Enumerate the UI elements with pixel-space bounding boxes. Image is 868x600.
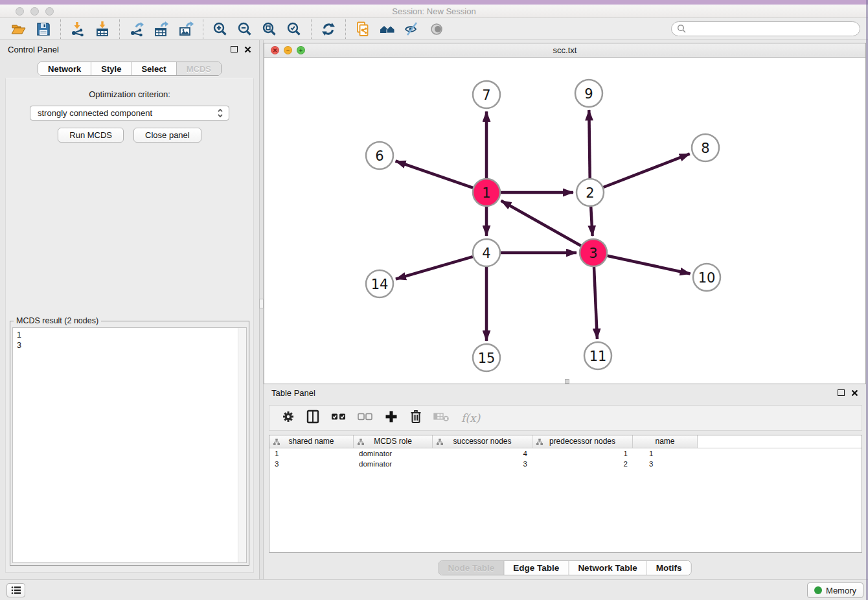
zoom-window-button[interactable]	[45, 7, 54, 16]
column-header-successor-nodes[interactable]: successor nodes	[433, 435, 532, 448]
zoom-fit-icon[interactable]	[259, 19, 280, 39]
show-panels-button[interactable]	[6, 583, 25, 597]
network-close-button[interactable]: ✕	[271, 46, 279, 54]
float-table-panel-icon[interactable]	[838, 389, 845, 396]
edge-4-14[interactable]	[396, 257, 473, 279]
tab-select[interactable]: Select	[131, 62, 176, 75]
table-panel: Table Panel	[264, 384, 866, 579]
mcds-result-title: MCDS result (2 nodes)	[14, 316, 101, 325]
delete-column-icon[interactable]	[433, 411, 450, 425]
search-box[interactable]	[671, 21, 860, 36]
edge-3-10[interactable]	[608, 256, 691, 274]
import-table-icon[interactable]	[92, 19, 113, 39]
node-table[interactable]: shared nameMCDS rolesuccessor nodesprede…	[269, 435, 862, 553]
tab-network[interactable]: Network	[38, 62, 91, 75]
apply-layout-icon[interactable]	[318, 19, 339, 39]
node-label-10: 10	[698, 270, 716, 286]
new-network-from-selection-icon[interactable]	[352, 19, 373, 39]
cell-MCDS-role[interactable]: dominator	[354, 459, 433, 469]
memory-label: Memory	[826, 586, 856, 595]
edge-2-3[interactable]	[591, 207, 592, 236]
tab-mcds[interactable]: MCDS	[177, 62, 221, 75]
cell-shared-name[interactable]: 3	[269, 459, 354, 469]
table-panel-title: Table Panel	[271, 388, 315, 398]
run-mcds-button[interactable]: Run MCDS	[58, 128, 124, 143]
cell-name[interactable]: 3	[633, 459, 698, 469]
edge-3-11[interactable]	[594, 267, 597, 339]
cell-predecessor-nodes[interactable]: 1	[532, 448, 633, 459]
search-input[interactable]	[690, 24, 854, 34]
close-table-panel-icon[interactable]	[851, 389, 858, 397]
gear-icon[interactable]	[282, 410, 295, 426]
close-window-button[interactable]	[16, 7, 24, 16]
export-network-icon[interactable]	[126, 19, 147, 39]
tab-node-table[interactable]: Node Table	[439, 561, 505, 575]
criterion-select[interactable]: strongly connected component	[30, 106, 229, 121]
export-image-icon[interactable]	[176, 19, 196, 39]
edge-2-9[interactable]	[589, 110, 589, 178]
list-icon	[11, 586, 21, 595]
table-row[interactable]: 1dominator411	[269, 448, 862, 459]
sort-icon	[358, 439, 364, 445]
column-header-MCDS-role[interactable]: MCDS role	[354, 435, 433, 448]
network-resize-grip[interactable]	[565, 379, 569, 384]
tab-style[interactable]: Style	[91, 62, 131, 75]
column-header-name[interactable]: name	[633, 435, 698, 448]
table-row[interactable]: 3dominator323	[269, 459, 862, 469]
close-panel-icon[interactable]	[244, 46, 251, 53]
float-panel-icon[interactable]	[231, 46, 238, 52]
close-panel-button[interactable]: Close panel	[133, 128, 201, 143]
zoom-out-icon[interactable]	[234, 19, 255, 39]
cell-shared-name[interactable]: 1	[269, 448, 354, 459]
add-icon[interactable]	[384, 410, 398, 426]
import-network-icon[interactable]	[67, 19, 88, 39]
divider-grip[interactable]	[259, 299, 264, 308]
network-maximize-button[interactable]: +	[297, 46, 305, 54]
delete-icon[interactable]	[409, 410, 422, 426]
toolbar-separator	[203, 19, 203, 39]
control-panel-tabs: Network Style Select MCDS	[0, 62, 259, 76]
cell-successor-nodes[interactable]: 3	[433, 459, 532, 469]
main-toolbar	[0, 18, 868, 40]
cell-successor-nodes[interactable]: 4	[433, 448, 532, 459]
zoom-in-icon[interactable]	[210, 19, 231, 39]
zoom-selected-icon[interactable]	[284, 19, 304, 39]
tab-edge-table[interactable]: Edge Table	[504, 561, 569, 575]
column-header-predecessor-nodes[interactable]: predecessor nodes	[532, 435, 633, 448]
node-label-1: 1	[482, 185, 490, 201]
cell-MCDS-role[interactable]: dominator	[354, 448, 433, 459]
panel-divider[interactable]	[259, 40, 264, 579]
export-table-icon[interactable]	[151, 19, 172, 39]
edge-1-6[interactable]	[396, 161, 474, 188]
result-scrollbar[interactable]	[238, 328, 246, 562]
first-neighbors-icon[interactable]	[377, 19, 398, 39]
memory-button[interactable]: Memory	[807, 583, 863, 598]
columns-icon[interactable]	[306, 410, 320, 426]
column-header-shared-name[interactable]: shared name	[269, 435, 354, 448]
sort-icon	[273, 439, 280, 445]
save-session-icon[interactable]	[33, 19, 54, 39]
select-all-icon[interactable]	[331, 412, 347, 424]
cell-predecessor-nodes[interactable]: 2	[532, 459, 633, 469]
edge-2-8[interactable]	[604, 154, 690, 187]
select-stepper-icon	[216, 108, 225, 119]
network-window-titlebar[interactable]: ✕ − + scc.txt	[264, 43, 865, 58]
result-line: 1	[17, 330, 242, 340]
tab-network-table[interactable]: Network Table	[569, 561, 646, 575]
network-minimize-button[interactable]: −	[284, 46, 292, 54]
mcds-result-text[interactable]: 13	[12, 327, 247, 563]
function-builder-icon[interactable]: f(x)	[461, 411, 480, 424]
mcds-panel: Optimization criterion: strongly connect…	[5, 78, 254, 573]
graphics-details-icon[interactable]	[402, 19, 422, 39]
control-panel-header: Control Panel	[0, 40, 259, 58]
node-label-15: 15	[478, 351, 496, 366]
node-label-7: 7	[482, 87, 490, 103]
open-file-icon[interactable]	[8, 19, 29, 39]
network-canvas[interactable]: 1234678910111415	[264, 58, 865, 384]
birdseye-view-icon[interactable]	[426, 19, 447, 39]
minimize-window-button[interactable]	[30, 7, 39, 16]
deselect-all-icon[interactable]	[358, 412, 373, 424]
cell-name[interactable]: 1	[633, 448, 698, 459]
edge-3-1[interactable]	[501, 201, 581, 246]
tab-motifs[interactable]: Motifs	[647, 561, 691, 575]
